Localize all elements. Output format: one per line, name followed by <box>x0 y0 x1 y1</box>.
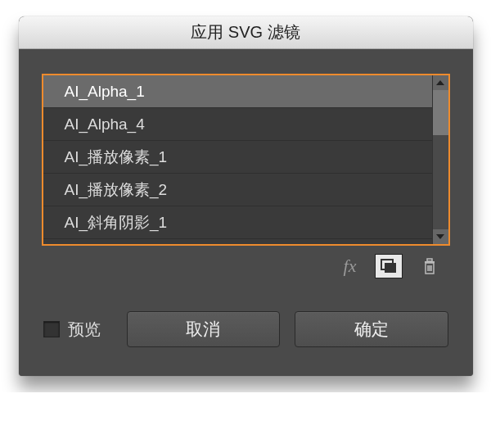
delete-filter-icon[interactable] <box>416 254 444 278</box>
dialog-footer: 预览 取消 确定 <box>42 311 450 347</box>
fx-icon[interactable]: fx <box>344 256 362 277</box>
svg-rect-4 <box>386 265 394 271</box>
cancel-button-label: 取消 <box>186 318 220 341</box>
scroll-up-arrow-icon[interactable] <box>433 75 448 90</box>
filter-list[interactable]: AI_Alpha_1AI_Alpha_4AI_播放像素_1AI_播放像素_2AI… <box>43 75 432 244</box>
svg-marker-0 <box>436 80 444 85</box>
list-item-label: AI_播放像素_2 <box>65 179 168 201</box>
checkbox-box-icon[interactable] <box>43 321 60 337</box>
list-item-label: AI_Alpha_4 <box>65 115 145 133</box>
svg-rect-6 <box>427 259 432 261</box>
preview-checkbox[interactable]: 预览 <box>43 319 101 341</box>
scroll-thumb[interactable] <box>433 90 448 135</box>
cancel-button[interactable]: 取消 <box>127 311 281 347</box>
preview-label: 预览 <box>68 319 101 341</box>
scroll-track[interactable] <box>433 90 448 229</box>
scrollbar[interactable] <box>432 75 448 244</box>
dialog-titlebar: 应用 SVG 滤镜 <box>19 16 473 49</box>
list-item[interactable]: AI_播放像素_2 <box>43 174 432 206</box>
dialog-content: AI_Alpha_1AI_Alpha_4AI_播放像素_1AI_播放像素_2AI… <box>19 49 473 376</box>
svg-filter-dialog: 应用 SVG 滤镜 AI_Alpha_1AI_Alpha_4AI_播放像素_1A… <box>19 16 473 376</box>
list-item-label: AI_播放像素_1 <box>65 147 168 168</box>
list-item[interactable]: AI_播放像素_1 <box>43 141 432 174</box>
list-item-label: AI_斜角阴影_1 <box>65 212 168 233</box>
dialog-title: 应用 SVG 滤镜 <box>191 21 300 43</box>
list-item[interactable]: AI_Alpha_1 <box>43 75 432 108</box>
list-item-label: AI_Alpha_1 <box>65 83 145 101</box>
list-item[interactable]: AI_斜角阴影_1 <box>43 206 432 239</box>
scroll-down-arrow-icon[interactable] <box>433 229 448 244</box>
ok-button[interactable]: 确定 <box>295 311 448 347</box>
list-item[interactable]: AI_Alpha_4 <box>43 108 432 141</box>
list-toolbar: fx <box>42 246 450 283</box>
ok-button-label: 确定 <box>354 318 389 341</box>
svg-marker-1 <box>436 234 444 239</box>
new-filter-icon[interactable] <box>375 254 403 278</box>
filter-listbox[interactable]: AI_Alpha_1AI_Alpha_4AI_播放像素_1AI_播放像素_2AI… <box>42 74 450 246</box>
